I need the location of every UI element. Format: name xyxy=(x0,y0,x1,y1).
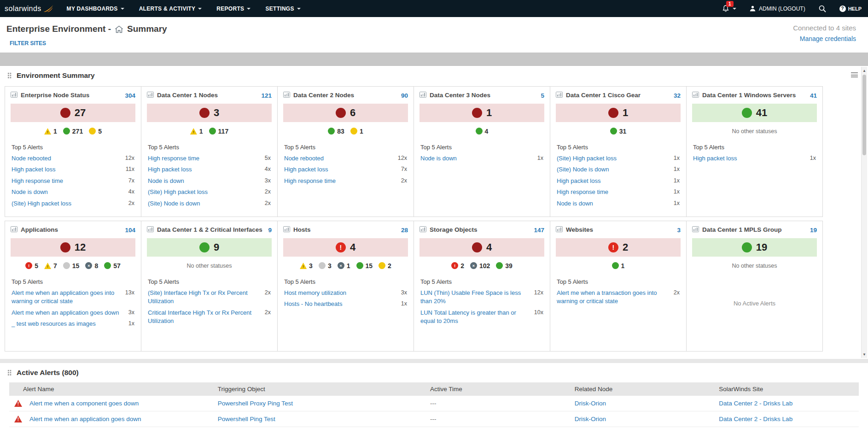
nav-menu-reports[interactable]: REPORTS xyxy=(216,6,250,12)
alert-link[interactable]: High response time xyxy=(557,188,669,196)
drag-handle-icon[interactable] xyxy=(7,72,12,79)
status-count[interactable]: 15 xyxy=(356,262,373,270)
user-menu[interactable]: ADMIN (LOGOUT) xyxy=(749,5,805,12)
card-status-banner[interactable]: 27 xyxy=(11,104,135,122)
alert-link[interactable]: High response time xyxy=(284,177,396,185)
status-count[interactable]: 117 xyxy=(209,128,229,135)
alert-link[interactable]: Critical Interface High Tx or Rx Percent… xyxy=(148,309,260,326)
help-button[interactable]: ? HELP xyxy=(839,6,862,12)
status-count[interactable]: 3 xyxy=(319,262,332,270)
alert-link[interactable]: (Site) High packet loss xyxy=(148,188,260,196)
alert-link[interactable]: LUN (Thin) Usable Free Space is less tha… xyxy=(420,289,530,306)
alert-link[interactable]: High packet loss xyxy=(284,165,396,174)
alert-link[interactable]: Hosts - No heartbeats xyxy=(284,300,396,308)
card-total-count[interactable]: 104 xyxy=(125,227,135,234)
status-count[interactable]: 31 xyxy=(610,128,627,135)
card-total-count[interactable]: 19 xyxy=(810,227,817,234)
card-total-count[interactable]: 147 xyxy=(534,227,544,234)
status-count[interactable]: !2 xyxy=(451,262,464,270)
nav-menu-alerts-activity[interactable]: ALERTS & ACTIVITY xyxy=(139,6,202,12)
status-count[interactable]: 15 xyxy=(63,262,80,270)
widget-menu-icon[interactable] xyxy=(851,72,858,77)
column-header[interactable]: SolarWinds Site xyxy=(714,382,859,396)
alert-link[interactable]: High response time xyxy=(148,154,260,163)
alert-link[interactable]: (Site) Node is down xyxy=(557,165,669,174)
status-count[interactable]: !7 xyxy=(44,262,57,270)
alert-link[interactable]: High packet loss xyxy=(148,165,260,174)
alert-name-link[interactable]: Alert me when a component goes down xyxy=(29,400,139,407)
column-header[interactable]: Active Time xyxy=(425,382,570,396)
status-count[interactable]: 2 xyxy=(379,262,391,270)
site-link[interactable]: Data Center 2 - Drisks Lab xyxy=(719,416,792,422)
alert-link[interactable]: (Site) High packet loss xyxy=(12,199,124,208)
status-count[interactable]: 4 xyxy=(476,128,489,135)
card-total-count[interactable]: 304 xyxy=(125,92,135,99)
alert-link[interactable]: High response time xyxy=(12,177,124,185)
related-node-link[interactable]: Drisk-Orion xyxy=(575,416,606,422)
solarwinds-logo[interactable]: solarwinds xyxy=(5,5,54,13)
status-count[interactable]: ×102 xyxy=(470,262,490,270)
status-count[interactable]: 39 xyxy=(496,262,513,270)
card-total-count[interactable]: 3 xyxy=(677,227,681,234)
triggering-object-link[interactable]: Powershell Ping Test xyxy=(218,416,275,422)
card-status-banner[interactable]: 4 xyxy=(419,238,544,257)
alert-link[interactable]: Node is down xyxy=(557,199,669,208)
column-header[interactable]: Related Node xyxy=(570,382,715,396)
scrollbar[interactable]: ▲ ▼ xyxy=(861,67,867,358)
card-status-banner[interactable]: 12 xyxy=(11,238,135,257)
card-status-banner[interactable]: 1 xyxy=(556,104,681,122)
card-total-count[interactable]: 41 xyxy=(810,92,817,99)
alert-link[interactable]: Host memory utilization xyxy=(284,289,396,297)
status-count[interactable]: !5 xyxy=(25,262,38,270)
card-status-banner[interactable]: 6 xyxy=(283,104,408,122)
scroll-up-icon[interactable]: ▲ xyxy=(862,67,867,74)
manage-credentials-link[interactable]: Manage credentials xyxy=(793,35,856,42)
card-total-count[interactable]: 28 xyxy=(401,227,408,234)
alert-link[interactable]: Node is down xyxy=(148,177,260,185)
card-total-count[interactable]: 9 xyxy=(268,227,272,234)
alert-link[interactable]: _ test web resources as images xyxy=(12,320,124,328)
card-status-banner[interactable]: 3 xyxy=(147,104,272,122)
card-total-count[interactable]: 90 xyxy=(401,92,408,99)
card-status-banner[interactable]: 9 xyxy=(147,238,272,257)
site-link[interactable]: Data Center 2 - Drisks Lab xyxy=(719,400,792,407)
status-count[interactable]: 1 xyxy=(350,128,363,135)
card-status-banner[interactable]: !2 xyxy=(556,238,681,257)
card-status-banner[interactable]: 19 xyxy=(692,238,817,257)
status-count[interactable]: ×1 xyxy=(338,262,350,270)
nav-menu-settings[interactable]: SETTINGS xyxy=(265,6,300,12)
column-header[interactable]: Triggering Object xyxy=(213,382,425,396)
status-count[interactable]: 83 xyxy=(328,128,344,135)
triggering-object-link[interactable]: Powershell Proxy Ping Test xyxy=(218,400,293,407)
status-count[interactable]: 5 xyxy=(89,128,102,135)
alert-link[interactable]: Node is down xyxy=(420,154,533,163)
alert-link[interactable]: (Site) High packet loss xyxy=(557,154,669,163)
alert-link[interactable]: High packet loss xyxy=(693,154,805,163)
search-button[interactable] xyxy=(818,5,827,13)
status-count[interactable]: !1 xyxy=(44,128,57,135)
alert-link[interactable]: Node rebooted xyxy=(12,154,121,163)
alert-link[interactable]: (Site) Interface High Tx or Rx Percent U… xyxy=(148,289,260,306)
alert-link[interactable]: Node rebooted xyxy=(284,154,393,163)
card-status-banner[interactable]: 41 xyxy=(692,104,817,122)
column-header[interactable]: Alert Name xyxy=(9,382,213,396)
status-count[interactable]: 271 xyxy=(63,128,83,135)
alert-link[interactable]: High packet loss xyxy=(12,165,121,174)
card-total-count[interactable]: 32 xyxy=(674,92,681,99)
alert-link[interactable]: Alert me when a transaction goes into wa… xyxy=(557,289,669,306)
card-total-count[interactable]: 121 xyxy=(261,92,272,99)
card-status-banner[interactable]: !4 xyxy=(283,238,408,257)
alert-link[interactable]: Node is down xyxy=(12,188,124,196)
alert-link[interactable]: Alert me when an application goes down xyxy=(12,309,124,317)
scroll-down-icon[interactable]: ▼ xyxy=(862,351,867,358)
notifications-button[interactable]: 1 xyxy=(722,5,736,12)
status-count[interactable]: !3 xyxy=(300,262,313,270)
alert-link[interactable]: High packet loss xyxy=(557,177,669,185)
related-node-link[interactable]: Drisk-Orion xyxy=(575,400,606,407)
status-count[interactable]: 1 xyxy=(612,262,625,270)
nav-menu-my-dashboards[interactable]: MY DASHBOARDS xyxy=(67,6,124,12)
status-count[interactable]: ×8 xyxy=(85,262,98,270)
status-count[interactable]: !1 xyxy=(190,128,203,135)
alert-link[interactable]: (Site) Node is down xyxy=(148,199,260,208)
drag-handle-icon[interactable] xyxy=(7,369,12,376)
